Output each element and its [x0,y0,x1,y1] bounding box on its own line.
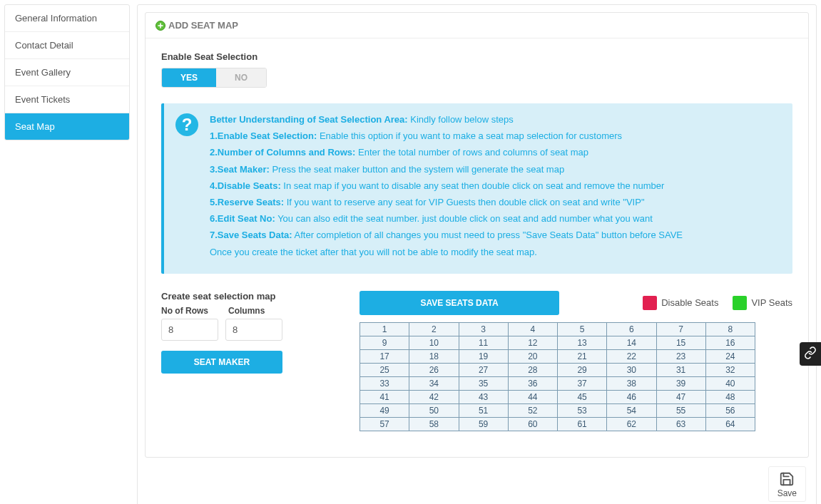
seat-cell[interactable]: 54 [607,403,656,417]
seat-cell[interactable]: 23 [656,349,705,363]
seat-cell[interactable]: 28 [508,363,557,376]
seat-cell[interactable]: 59 [459,417,508,431]
seat-cell[interactable]: 49 [360,403,409,417]
sidebar-item-event-tickets[interactable]: Event Tickets [5,86,129,113]
seat-cell[interactable]: 64 [705,417,755,431]
seat-cell[interactable]: 24 [705,349,755,363]
seat-maker-button[interactable]: SEAT MAKER [161,351,282,374]
seat-cell[interactable]: 62 [607,417,656,431]
save-seats-data-button[interactable]: SAVE SEATS DATA [359,291,559,315]
seat-cell[interactable]: 6 [607,322,656,336]
seat-cell[interactable]: 50 [409,403,459,417]
seat-cell[interactable]: 57 [360,417,409,431]
seat-cell[interactable]: 10 [409,336,459,349]
seat-cell[interactable]: 60 [508,417,557,431]
seat-cell[interactable]: 22 [607,349,656,363]
info-step: 7.Save Seats Data: After completion of a… [210,229,781,242]
seat-cell[interactable]: 8 [705,322,755,336]
seat-cell[interactable]: 39 [656,376,705,390]
seat-cell[interactable]: 3 [459,322,508,336]
seat-cell[interactable]: 32 [705,363,755,376]
seat-cell[interactable]: 46 [607,390,656,403]
seat-cell[interactable]: 19 [459,349,508,363]
seat-cell[interactable]: 51 [459,403,508,417]
seat-cell[interactable]: 40 [705,376,755,390]
seat-cell[interactable]: 30 [607,363,656,376]
legend-disable: Disable Seats [643,296,718,310]
seat-cell[interactable]: 48 [705,390,755,403]
seat-cell[interactable]: 7 [656,322,705,336]
svg-text:?: ? [182,115,193,134]
sidebar-item-seat-map[interactable]: Seat Map [5,113,129,140]
seat-cell[interactable]: 15 [656,336,705,349]
seat-cell[interactable]: 47 [656,390,705,403]
disable-swatch [643,296,657,310]
seat-cell[interactable]: 14 [607,336,656,349]
seat-cell[interactable]: 2 [409,322,459,336]
seat-cell[interactable]: 37 [558,376,607,390]
seat-cell[interactable]: 31 [656,363,705,376]
seat-cell[interactable]: 12 [508,336,557,349]
info-step: 4.Disable Seats: In seat map if you want… [210,180,781,192]
cols-input[interactable] [225,319,282,341]
seat-cell[interactable]: 63 [656,417,705,431]
floating-link-button[interactable] [800,342,821,366]
seat-cell[interactable]: 34 [409,376,459,390]
save-button[interactable]: Save [768,466,806,502]
seat-map-card: ADD SEAT MAP Enable Seat Selection YES N… [145,12,809,458]
seat-cell[interactable]: 17 [360,349,409,363]
enable-toggle: YES NO [161,68,267,88]
seat-cell[interactable]: 44 [508,390,557,403]
seat-cell[interactable]: 45 [558,390,607,403]
seat-cell[interactable]: 21 [558,349,607,363]
info-step: 6.Edit Seat No: You can also edit the se… [210,212,781,225]
seat-cell[interactable]: 16 [705,336,755,349]
seat-cell[interactable]: 43 [459,390,508,403]
sidebar-item-contact-detail[interactable]: Contact Detail [5,32,129,59]
seat-cell[interactable]: 29 [558,363,607,376]
seat-cell[interactable]: 5 [558,322,607,336]
seat-cell[interactable]: 26 [409,363,459,376]
card-title: ADD SEAT MAP [168,20,238,31]
seat-cell[interactable]: 18 [409,349,459,363]
vip-swatch [733,296,747,310]
seat-cell[interactable]: 13 [558,336,607,349]
legend-disable-label: Disable Seats [661,297,718,308]
link-icon [804,351,817,361]
seat-cell[interactable]: 27 [459,363,508,376]
info-box: ? Better Understanding of Seat Selection… [161,103,792,274]
seat-cell[interactable]: 35 [459,376,508,390]
seat-cell[interactable]: 42 [409,390,459,403]
cols-label: Columns [228,306,285,316]
save-label: Save [777,488,797,498]
seat-cell[interactable]: 53 [558,403,607,417]
enable-label: Enable Seat Selection [161,51,792,62]
seat-cell[interactable]: 55 [656,403,705,417]
seat-cell[interactable]: 38 [607,376,656,390]
rows-input[interactable] [161,319,218,341]
info-step: 2.Number of Columns and Rows: Enter the … [210,146,781,159]
seat-cell[interactable]: 25 [360,363,409,376]
seat-cell[interactable]: 58 [409,417,459,431]
seat-cell[interactable]: 36 [508,376,557,390]
seat-cell[interactable]: 4 [508,322,557,336]
info-step: 1.Enable Seat Selection: Enable this opt… [210,130,781,143]
seat-cell[interactable]: 20 [508,349,557,363]
info-step: 3.Seat Maker: Press the seat maker butto… [210,163,781,176]
info-step: 5.Reserve Seats: If you want to reserve … [210,196,781,209]
seat-cell[interactable]: 41 [360,390,409,403]
seat-cell[interactable]: 56 [705,403,755,417]
sidebar-item-general-info[interactable]: General Information [5,5,129,32]
seat-cell[interactable]: 9 [360,336,409,349]
toggle-yes-button[interactable]: YES [162,68,216,87]
seat-cell[interactable]: 52 [508,403,557,417]
info-header-bold: Better Understanding of Seat Selection A… [210,114,408,125]
toggle-no-button[interactable]: NO [216,68,266,87]
seat-grid: 1234567891011121314151617181920212223242… [359,322,755,431]
seat-cell[interactable]: 1 [360,322,409,336]
info-text: Better Understanding of Seat Selection A… [210,113,781,262]
seat-cell[interactable]: 33 [360,376,409,390]
sidebar-item-event-gallery[interactable]: Event Gallery [5,59,129,86]
seat-cell[interactable]: 11 [459,336,508,349]
seat-cell[interactable]: 61 [558,417,607,431]
